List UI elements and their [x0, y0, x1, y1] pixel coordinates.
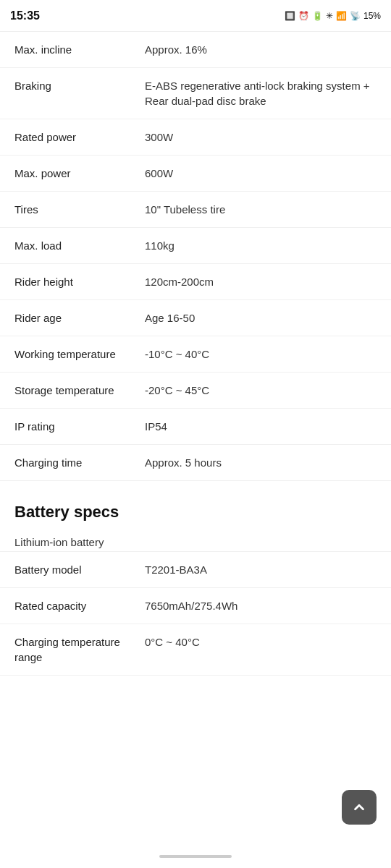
spec-label: Rider height — [14, 274, 145, 289]
bluetooth-icon: ✳ — [326, 11, 333, 21]
spec-row: Max. incline Approx. 16% — [0, 32, 391, 68]
spec-label: Max. incline — [14, 42, 145, 57]
spec-value: 10" Tubeless tire — [145, 202, 377, 217]
spec-value: E-ABS regenerative anti-lock braking sys… — [145, 78, 377, 109]
battery-saver-icon: 🔋 — [312, 11, 323, 21]
alarm-icon: ⏰ — [298, 11, 309, 21]
spec-row: Max. load 110kg — [0, 228, 391, 264]
bottom-bar — [0, 845, 391, 868]
battery-section-header: Battery specs — [0, 481, 391, 529]
spec-row: Rated power 300W — [0, 119, 391, 156]
spec-label: Max. power — [14, 166, 145, 181]
spec-label: IP rating — [14, 419, 145, 434]
spec-label: Storage temperature — [14, 383, 145, 398]
spec-row: Charging time Approx. 5 hours — [0, 445, 391, 481]
status-time: 15:35 — [10, 9, 40, 22]
wifi-icon: 📶 — [336, 11, 347, 21]
battery-spec-label: Rated capacity — [14, 598, 145, 613]
battery-section-title: Battery specs — [14, 503, 119, 521]
status-bar: 15:35 🔲 ⏰ 🔋 ✳ 📶 📡 15% — [0, 0, 391, 32]
spec-label: Working temperature — [14, 346, 145, 362]
spec-section: Max. incline Approx. 16% Braking E-ABS r… — [0, 32, 391, 481]
battery-spec-value: 7650mAh/275.4Wh — [145, 598, 377, 613]
spec-label: Rider age — [14, 310, 145, 326]
battery-spec-row: Rated capacity 7650mAh/275.4Wh — [0, 588, 391, 624]
spec-value: 300W — [145, 129, 377, 145]
home-indicator — [159, 855, 232, 858]
battery-subtitle: Lithium-ion battery — [0, 529, 391, 552]
spec-rows-container: Max. incline Approx. 16% Braking E-ABS r… — [0, 32, 391, 481]
spec-value: IP54 — [145, 419, 377, 434]
battery-percent: 15% — [363, 11, 381, 21]
battery-spec-value: T2201-BA3A — [145, 562, 377, 577]
spec-label: Tires — [14, 202, 145, 217]
spec-value: 120cm-200cm — [145, 274, 377, 289]
nfc-icon: 🔲 — [285, 11, 295, 21]
battery-spec-label: Charging temperature range — [14, 634, 145, 665]
spec-value: Approx. 5 hours — [145, 455, 377, 470]
spec-value: -20°C ~ 45°C — [145, 383, 377, 398]
spec-row: Tires 10" Tubeless tire — [0, 192, 391, 228]
spec-row: Max. power 600W — [0, 156, 391, 192]
spec-row: IP rating IP54 — [0, 409, 391, 445]
spec-label: Rated power — [14, 129, 145, 145]
spec-row: Rider height 120cm-200cm — [0, 264, 391, 300]
spec-row: Braking E-ABS regenerative anti-lock bra… — [0, 68, 391, 119]
battery-spec-row: Charging temperature range 0°C ~ 40°C — [0, 624, 391, 676]
signal-icon: 📡 — [350, 11, 361, 21]
chevron-up-icon — [351, 799, 367, 815]
spec-value: Age 16-50 — [145, 310, 377, 326]
scroll-top-button[interactable] — [342, 790, 377, 825]
spec-row: Storage temperature -20°C ~ 45°C — [0, 373, 391, 409]
spec-value: Approx. 16% — [145, 42, 377, 57]
spec-label: Max. load — [14, 238, 145, 253]
spec-row: Working temperature -10°C ~ 40°C — [0, 336, 391, 373]
spec-value: -10°C ~ 40°C — [145, 346, 377, 362]
spec-value: 110kg — [145, 238, 377, 253]
battery-spec-row: Battery model T2201-BA3A — [0, 552, 391, 588]
spec-value: 600W — [145, 166, 377, 181]
status-icons: 🔲 ⏰ 🔋 ✳ 📶 📡 15% — [285, 11, 381, 21]
spec-label: Braking — [14, 78, 145, 93]
battery-spec-label: Battery model — [14, 562, 145, 577]
spec-row: Rider age Age 16-50 — [0, 300, 391, 336]
battery-spec-rows: Battery model T2201-BA3A Rated capacity … — [0, 552, 391, 676]
spec-label: Charging time — [14, 455, 145, 470]
battery-spec-value: 0°C ~ 40°C — [145, 634, 377, 650]
